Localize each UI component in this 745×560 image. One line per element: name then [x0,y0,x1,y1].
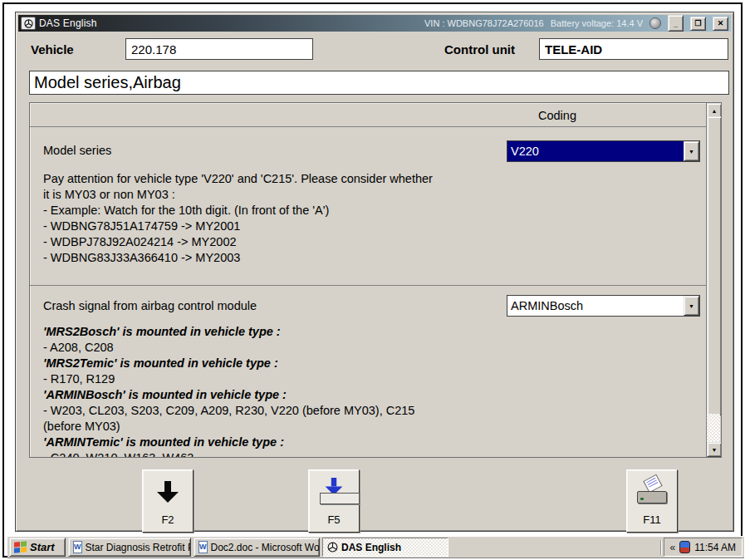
info-line: 'ARMINTemic' is mounted in vehicle type … [43,435,414,450]
app-window: DAS English VIN : WDBNG78J72A276016 Batt… [15,12,734,532]
note-line: - WDBNG78J51A174759 -> MY2001 [43,219,433,234]
info-line: 'ARMINBosch' is mounted in vehicle type … [43,387,414,403]
note-line: - WDBPJ78J92A024214 -> MY2002 [43,234,433,250]
system-tray: « 11:54 AM [664,538,743,557]
info-line: - A208, C208 [43,340,414,356]
control-unit-input[interactable] [539,38,728,60]
f11-button[interactable]: F11 [626,469,678,533]
titlebar-status-icon [649,17,661,29]
task-button-star-diagnosis[interactable]: W Star Diagnosis Retrofit P... [68,538,191,557]
start-button[interactable]: Start [9,538,66,557]
start-label: Start [30,541,55,553]
close-button[interactable]: ✕ [713,17,728,31]
word-icon: W [73,541,82,553]
info-line: 'MRS2Temic' is mounted in vehicle type : [43,356,414,371]
scroll-down-button[interactable]: ▼ [707,442,722,457]
note-line: - Example: Watch for the 10th digit. (In… [43,203,433,219]
down-arrow-icon [157,481,179,504]
tray-collapse-chevron[interactable]: « [670,542,676,553]
scroll-track[interactable] [707,414,720,442]
screen-frame: DAS English VIN : WDBNG78J72A276016 Batt… [2,2,743,558]
section-divider [30,285,707,286]
note-line: - WDBNG83J33A366410 -> MY2003 [43,250,433,266]
minimize-button[interactable]: _ [668,15,684,32]
taskbar: Start W Star Diagnosis Retrofit P... W D… [7,536,744,558]
restore-button[interactable]: ❐ [690,17,706,31]
crash-signal-info: 'MRS2Bosch' is mounted in vehicle type :… [43,324,414,458]
battery-voltage-label: Battery voltage: 14.4 V [551,18,643,28]
dropdown-arrow-icon[interactable]: ▼ [684,296,699,316]
fkey-label: F2 [161,513,174,526]
crash-signal-combobox[interactable]: ARMINBosch ▼ [507,295,700,317]
word-icon: W [199,541,208,553]
vehicle-label: Vehicle [31,42,74,56]
coding-panel: Coding Model series V220 ▼ Pay attention… [29,102,722,458]
model-series-value: V220 [507,141,684,161]
tray-icon[interactable] [679,541,690,553]
info-line: - R170, R129 [43,371,414,387]
window-title: DAS English [39,17,97,29]
task-button-das-english[interactable]: DAS English [322,538,448,557]
model-series-note: Pay attention for vehicle type 'V220' an… [43,171,433,266]
coding-section-header: Coding [30,103,707,127]
task-label: DAS English [341,542,401,553]
mercedes-logo-icon [21,17,36,30]
crash-signal-value: ARMINBosch [507,296,684,316]
control-unit-label: Control unit [444,42,515,56]
f2-button[interactable]: F2 [142,469,194,533]
info-line: (before MY03) [43,419,414,435]
printer-icon [637,479,667,505]
note-line: it is MY03 or non MY03 : [43,187,433,203]
info-line: - C240, W210, W163, W463 [43,450,414,458]
up-arrow-icon: ▲ [712,108,718,114]
taskbar-divider [660,540,661,555]
note-line: Pay attention for vehicle type 'V220' an… [43,171,433,187]
fkey-label: F5 [327,513,340,526]
model-path-field: Model series,Airbag [29,71,729,95]
task-button-doc2[interactable]: W Doc2.doc - Microsoft Word [194,538,320,557]
scroll-thumb[interactable] [707,116,722,415]
task-label: Doc2.doc - Microsoft Word [211,542,321,553]
down-arrow-icon: ▼ [712,447,718,453]
titlebar[interactable]: DAS English VIN : WDBNG78J72A276016 Batt… [18,15,731,32]
crash-signal-label: Crash signal from airbag control module [43,299,257,312]
clock: 11:54 AM [694,542,736,553]
task-label: Star Diagnosis Retrofit P... [86,542,192,553]
vin-label: VIN : WDBNG78J72A276016 [424,18,544,28]
dropdown-arrow-icon[interactable]: ▼ [684,141,699,161]
windows-logo-icon [14,541,27,553]
vertical-scrollbar[interactable]: ▲ ▼ [706,103,721,457]
f5-button[interactable]: F5 [308,469,360,533]
vehicle-input[interactable] [125,38,313,60]
mercedes-icon [327,542,338,553]
send-to-output-icon [320,478,348,506]
info-line: 'MRS2Bosch' is mounted in vehicle type : [43,324,414,340]
coding-title: Coding [538,109,576,122]
fkey-label: F11 [643,513,660,526]
info-line: - W203, CL203, S203, C209, A209, R230, V… [43,403,414,419]
model-series-combobox[interactable]: V220 ▼ [507,140,700,162]
model-series-label: Model series [43,144,111,157]
